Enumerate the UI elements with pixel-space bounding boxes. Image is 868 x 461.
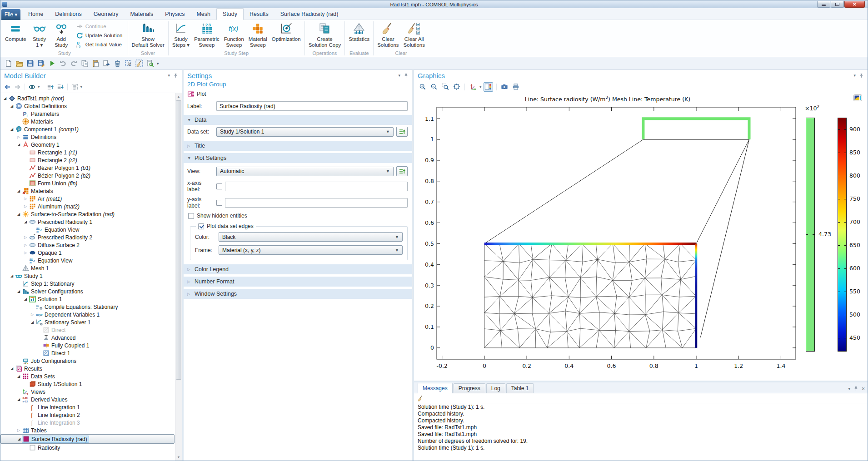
tree-item-air[interactable]: ▷Air(mat1) [0, 195, 175, 203]
chevron-down-icon[interactable]: ▾ [168, 73, 170, 78]
tree-item-global-definitions[interactable]: ◢Global Definitions [0, 102, 175, 110]
clear-messages-button[interactable] [417, 395, 424, 402]
section-plot-settings[interactable]: ▼ Plot Settings [184, 153, 412, 163]
tree-item-advanced[interactable]: Advanced [0, 334, 175, 342]
optimization-button[interactable]: Optimization [269, 20, 303, 50]
chevron-down-icon[interactable]: ▾ [38, 84, 40, 89]
forward-icon[interactable] [13, 83, 22, 91]
tree-item-component-1[interactable]: ◢ΩComponent 1(comp1) [0, 125, 175, 133]
expander-icon[interactable]: ◢ [16, 143, 21, 147]
expander-icon[interactable]: ◢ [9, 367, 15, 371]
open-icon[interactable] [14, 59, 24, 69]
expander-icon[interactable]: ▷ [23, 243, 28, 247]
chevron-down-icon[interactable]: ▾ [853, 73, 856, 78]
material-sweep-button[interactable]: Material Sweep [246, 20, 269, 50]
expander-icon[interactable]: ◢ [16, 212, 21, 216]
frame-select[interactable]: Material (x, y, z) ▼ [219, 245, 403, 255]
section-title[interactable]: ▷ Title [184, 141, 412, 151]
expander-icon[interactable]: ◢ [16, 374, 21, 378]
tree-item-aluminum[interactable]: ▷Aluminum(mat2) [0, 203, 175, 210]
zoom-out-icon[interactable] [429, 82, 439, 92]
save-as-icon[interactable] [36, 59, 46, 69]
expander-icon[interactable]: ◢ [9, 127, 15, 131]
add-study-button[interactable]: Add Study [50, 20, 72, 50]
expander-icon[interactable]: ▷ [23, 204, 28, 208]
movedown-icon[interactable] [56, 83, 65, 91]
tree-item-surface-radiosity-rad[interactable]: ◢Surface Radiosity (rad) [0, 434, 175, 444]
chevron-down-icon[interactable]: ▾ [479, 84, 482, 89]
tree-item-diffuse-surface-2[interactable]: ▷Diffuse Surface 2 [0, 241, 175, 249]
tree-item-rectangle-1[interactable]: Rectangle 1(r1) [0, 149, 175, 156]
statistics-button[interactable]: Statistics [346, 20, 372, 50]
expander-icon[interactable]: ▷ [23, 235, 28, 239]
tree-item-tables[interactable]: ▷Tables [0, 426, 175, 434]
go-to-source-button[interactable] [396, 166, 408, 176]
show-toggle-icon[interactable] [28, 83, 36, 91]
moveup-icon[interactable] [46, 83, 55, 91]
tree-item-prescribed-radiosity-1[interactable]: ◢Prescribed Radiosity 1 [0, 218, 175, 226]
tree-item-derived-values[interactable]: ◢8.85e-12Derived Values [0, 396, 175, 403]
tree-item-parameters[interactable]: PiParameters [0, 110, 175, 118]
save-icon[interactable] [25, 59, 35, 69]
section-data[interactable]: ▼ Data [184, 115, 412, 125]
select-box-icon[interactable] [123, 59, 133, 69]
expander-icon[interactable]: ◢ [2, 96, 8, 100]
tree-item-solver-configurations[interactable]: ◢Solver Configurations [0, 288, 175, 295]
section-window-settings[interactable]: ▷ Window Settings [184, 289, 412, 299]
camera-icon[interactable] [500, 82, 509, 92]
zoom-in-icon[interactable] [418, 82, 427, 92]
tree-item-opaque-1[interactable]: ▷Opaque 1 [0, 249, 175, 257]
tree-item-data-sets[interactable]: ◢Data Sets [0, 372, 175, 380]
update-solution-button[interactable]: Update Solution [74, 31, 125, 40]
plot-window-icon[interactable] [853, 94, 862, 101]
paste-icon[interactable] [90, 59, 100, 69]
tree-item-solution-1[interactable]: ◢Solution 1 [0, 295, 175, 303]
tree-item-definitions[interactable]: ▷Definitions [0, 133, 175, 141]
find-icon[interactable] [145, 59, 155, 69]
tree-item-line-integration-2[interactable]: ∫Line Integration 2 [0, 411, 175, 419]
new-icon[interactable] [3, 59, 13, 69]
view-select[interactable]: Automatic ▼ [216, 167, 394, 176]
tree-item-line-integration-1[interactable]: ∫Line Integration 1 [0, 403, 175, 411]
chevron-down-icon[interactable]: ▾ [80, 84, 83, 89]
redo-icon[interactable] [69, 59, 79, 69]
tree-item-rectangle-2[interactable]: Rectangle 2(r2) [0, 156, 175, 164]
legend-icon[interactable] [484, 82, 493, 92]
tree-item-materials[interactable]: ◢Materials [0, 187, 175, 195]
show-hidden-checkbox[interactable] [188, 213, 194, 219]
tree-item-radiosity[interactable]: Radiosity [0, 444, 175, 451]
plot-edges-checkbox[interactable] [198, 223, 204, 229]
pin-icon[interactable] [173, 73, 178, 78]
run-icon[interactable] [47, 59, 57, 69]
tab-home[interactable]: Home [22, 8, 49, 20]
expander-icon[interactable]: ◢ [30, 320, 35, 324]
tree-item-equation-view[interactable]: auat-fEquation View [0, 226, 175, 233]
expander-icon[interactable]: ◢ [23, 220, 28, 224]
scroll-up-icon[interactable]: ▲ [175, 93, 182, 100]
duplicate-icon[interactable] [101, 59, 111, 69]
yaxis-checkbox[interactable] [216, 200, 222, 206]
tab-messages[interactable]: Messages [418, 383, 453, 393]
dataset-select[interactable]: Study 1/Solution 1 ▼ [216, 127, 394, 137]
color-select[interactable]: Black ▼ [219, 232, 403, 242]
collapse-icon[interactable] [70, 83, 79, 91]
tree-item-results[interactable]: ◢Results [0, 365, 175, 372]
section-color-legend[interactable]: ▷ Color Legend [184, 264, 412, 274]
tree-item-equation-view[interactable]: auat-fEquation View [0, 257, 175, 264]
label-field[interactable] [216, 101, 408, 111]
tab-study[interactable]: Study [216, 8, 244, 20]
pin-icon[interactable] [859, 73, 864, 78]
expander-icon[interactable]: ▷ [30, 312, 35, 317]
pin-icon[interactable] [853, 386, 858, 391]
expander-icon[interactable]: ◢ [16, 289, 21, 293]
zoom-extents-icon[interactable] [452, 82, 461, 92]
tree-item-materials[interactable]: Materials [0, 118, 175, 125]
expander-icon[interactable]: ◢ [16, 437, 22, 441]
tree-item-surface-to-surface-radiation[interactable]: ◢Surface-to-Surface Radiation(rad) [0, 210, 175, 218]
tree-item-mesh-1[interactable]: Mesh 1 [0, 264, 175, 272]
file-menu-button[interactable]: File ▾ [1, 9, 20, 20]
minimize-button[interactable] [817, 1, 830, 8]
tree-item-compile-equations-stationary[interactable]: auatCompile Equations: Stationary [0, 303, 175, 311]
study-steps-button[interactable]: Study Steps ▾ [170, 20, 192, 50]
expander-icon[interactable]: ◢ [23, 297, 28, 301]
